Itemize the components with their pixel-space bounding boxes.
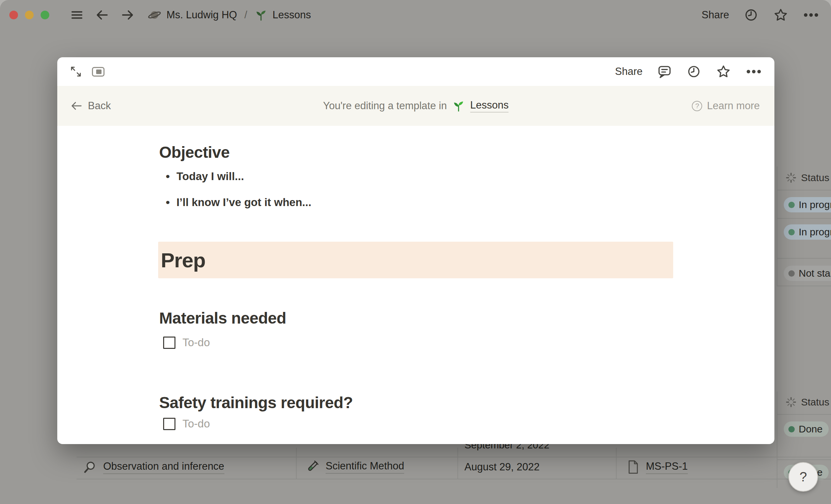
- back-button[interactable]: Back: [70, 86, 111, 126]
- table-row-divider: [77, 479, 831, 479]
- unit-page-link: Scientific Method: [325, 460, 404, 474]
- question-circle-icon: [692, 101, 702, 111]
- table-row-divider: [777, 414, 831, 415]
- test-tube-icon: [305, 459, 320, 474]
- table-row-divider: [777, 459, 831, 460]
- safety-heading[interactable]: Safety trainings required?: [159, 393, 353, 412]
- banner-message: You're editing a template in: [323, 100, 447, 112]
- star-icon: [716, 64, 731, 79]
- notion-window: Ms. Ludwig HQ / Lessons Share: [0, 0, 831, 504]
- help-button[interactable]: ?: [789, 462, 818, 492]
- template-banner: Back You're editing a template in Lesson…: [57, 86, 774, 126]
- status-property-icon: [785, 396, 797, 408]
- learn-more-button[interactable]: Learn more: [692, 86, 760, 126]
- favorite-star-button[interactable]: [773, 7, 789, 23]
- status-dot: [789, 202, 795, 208]
- table-row-divider: [77, 457, 831, 457]
- forward-arrow-icon: [120, 8, 135, 22]
- history-clock-button[interactable]: [744, 8, 758, 22]
- history-clock-button[interactable]: [687, 64, 701, 79]
- status-badge-label: Not started: [799, 268, 831, 279]
- banner-message-group: You're editing a template in Lessons: [323, 86, 508, 126]
- standard-cell: MS-PS-1: [627, 460, 688, 474]
- seedling-icon: [255, 9, 267, 21]
- bullet-item[interactable]: I’ll know I’ve got it when...: [166, 196, 311, 209]
- back-arrow-icon: [70, 100, 83, 112]
- status-property-icon: [785, 172, 797, 184]
- materials-heading[interactable]: Materials needed: [159, 309, 286, 327]
- seedling-icon: [452, 99, 465, 112]
- minimize-window-button[interactable]: [25, 11, 34, 19]
- screen: Ms. Ludwig HQ / Lessons Share: [0, 0, 831, 504]
- hamburger-icon: [70, 8, 84, 22]
- table-column-border: [777, 391, 777, 488]
- table-column-border: [616, 448, 617, 479]
- prep-heading-block[interactable]: Prep: [158, 242, 673, 278]
- comments-button[interactable]: [657, 64, 672, 79]
- bullet-item[interactable]: Today I will...: [166, 170, 244, 183]
- saturn-icon: [148, 8, 161, 22]
- expand-modal-button[interactable]: [69, 65, 83, 78]
- breadcrumb-page[interactable]: Lessons: [273, 9, 311, 21]
- status-column-header: Status: [785, 172, 829, 184]
- prep-heading: Prep: [158, 248, 205, 272]
- close-window-button[interactable]: [9, 11, 18, 19]
- unit-cell: Scientific Method: [305, 459, 404, 474]
- todo-item: To-do: [163, 417, 210, 430]
- comment-icon: [657, 64, 672, 79]
- side-peek-button[interactable]: [91, 65, 105, 78]
- sidebar-toggle-button[interactable]: [70, 8, 84, 22]
- status-badge-label: Done: [799, 423, 823, 435]
- learn-more-label: Learn more: [707, 100, 760, 112]
- status-header-label: Status: [801, 172, 829, 183]
- page-icon: [627, 460, 640, 474]
- status-dot: [789, 426, 795, 433]
- todo-checkbox[interactable]: [163, 418, 175, 430]
- breadcrumb-workspace[interactable]: Ms. Ludwig HQ: [167, 9, 237, 21]
- table-column-border: [777, 167, 777, 286]
- modal-header-left: [69, 57, 105, 86]
- table-row-divider: [777, 258, 831, 259]
- zoom-window-button[interactable]: [40, 11, 49, 19]
- nav-back-button[interactable]: [95, 8, 109, 22]
- ellipsis-icon: [746, 64, 762, 79]
- back-button-label: Back: [88, 100, 111, 112]
- clock-icon: [744, 8, 758, 22]
- expand-icon: [69, 65, 83, 78]
- modal-header-actions: Share: [615, 57, 762, 86]
- share-button[interactable]: Share: [701, 9, 729, 21]
- objective-heading[interactable]: Objective: [159, 143, 230, 161]
- todo-item: To-do: [163, 336, 210, 349]
- star-icon: [773, 7, 789, 23]
- table-row-divider: [777, 218, 831, 219]
- todo-placeholder[interactable]: To-do: [182, 417, 210, 430]
- status-badge-label: In progress: [799, 226, 831, 238]
- breadcrumb: Ms. Ludwig HQ / Lessons: [148, 8, 311, 22]
- modal-share-button[interactable]: Share: [615, 66, 642, 78]
- status-column-header: Status: [785, 396, 829, 408]
- template-editor-modal: Share: [57, 57, 774, 444]
- ellipsis-icon: [803, 8, 819, 22]
- standard-page-link: MS-PS-1: [646, 461, 688, 474]
- status-header-label: Status: [801, 396, 829, 408]
- side-peek-icon: [91, 65, 105, 78]
- table-row-divider: [777, 286, 831, 286]
- status-badge: Done: [784, 421, 829, 437]
- date-cell: August 29, 2022: [464, 461, 540, 473]
- date-value: August 29, 2022: [464, 461, 540, 473]
- todo-placeholder[interactable]: To-do: [182, 336, 210, 349]
- status-badge: Not started: [784, 266, 831, 281]
- banner-target-page-link[interactable]: Lessons: [470, 99, 508, 113]
- favorite-star-button[interactable]: [716, 64, 731, 79]
- table-row-divider: [777, 190, 831, 190]
- top-bar: Ms. Ludwig HQ / Lessons Share: [0, 0, 831, 30]
- bullet-text: Today I will...: [176, 170, 244, 183]
- table-column-border: [457, 448, 458, 479]
- status-badge-label: In progress: [799, 199, 831, 210]
- more-options-button[interactable]: [803, 8, 819, 22]
- more-options-button[interactable]: [746, 64, 762, 79]
- modal-header: Share: [57, 57, 774, 86]
- top-bar-actions: Share: [701, 7, 819, 23]
- nav-forward-button[interactable]: [120, 8, 135, 22]
- todo-checkbox[interactable]: [163, 336, 175, 349]
